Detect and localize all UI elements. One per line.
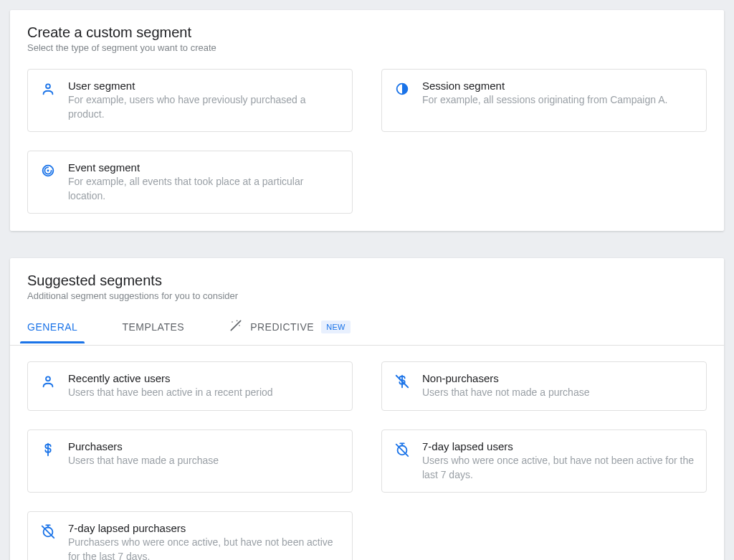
card-title: Event segment xyxy=(68,161,340,174)
tab-templates[interactable]: TEMPLATES xyxy=(115,313,191,343)
card-description: Users that have been active in a recent … xyxy=(68,386,340,400)
suggested-card-grid: Recently active users Users that have be… xyxy=(10,346,724,560)
card-title: Purchasers xyxy=(68,440,340,452)
user-segment-card[interactable]: User segment For example, users who have… xyxy=(27,69,353,132)
suggested-segments-panel: Suggested segments Additional segment su… xyxy=(10,258,724,560)
panel-subtitle: Select the type of segment you want to c… xyxy=(27,42,707,53)
card-description: Users who were once active, but have not… xyxy=(422,454,695,482)
session-icon xyxy=(394,80,411,98)
wand-icon xyxy=(229,318,243,335)
tab-predictive[interactable]: PREDICTIVE NEW xyxy=(221,310,358,345)
lapsed-icon xyxy=(39,523,57,540)
tab-general[interactable]: GENERAL xyxy=(20,313,85,343)
custom-segment-panel: Create a custom segment Select the type … xyxy=(10,10,724,231)
panel-header: Suggested segments Additional segment su… xyxy=(10,258,724,301)
card-description: For example, all sessions originating fr… xyxy=(422,93,695,108)
custom-card-grid: User segment For example, users who have… xyxy=(10,53,724,231)
card-description: Users that have made a purchase xyxy=(68,454,340,468)
lapsed-icon xyxy=(394,441,411,458)
card-description: Users that have not made a purchase xyxy=(422,386,695,400)
card-title: User segment xyxy=(68,80,340,92)
user-icon xyxy=(39,373,57,390)
purchasers-card[interactable]: Purchasers Users that have made a purcha… xyxy=(27,430,353,493)
card-description: Purchasers who were once active, but hav… xyxy=(68,536,340,560)
non-purchasers-card[interactable]: Non-purchasers Users that have not made … xyxy=(381,361,707,411)
tab-label: PREDICTIVE xyxy=(250,321,314,333)
panel-title: Suggested segments xyxy=(27,272,707,289)
card-title: Non-purchasers xyxy=(422,372,695,384)
new-badge: NEW xyxy=(321,321,351,333)
recently-active-users-card[interactable]: Recently active users Users that have be… xyxy=(27,361,353,411)
event-segment-card[interactable]: Event segment For example, all events th… xyxy=(27,151,353,214)
seven-day-lapsed-users-card[interactable]: 7-day lapsed users Users who were once a… xyxy=(381,430,707,493)
no-purchase-icon xyxy=(394,373,411,390)
tabs: GENERAL TEMPLATES PREDICTIVE NEW xyxy=(10,310,724,346)
tab-label: GENERAL xyxy=(27,321,77,333)
card-title: Session segment xyxy=(422,80,695,92)
card-description: For example, users who have previously p… xyxy=(68,93,340,121)
card-description: For example, all events that took place … xyxy=(68,175,340,203)
seven-day-lapsed-purchasers-card[interactable]: 7-day lapsed purchasers Purchasers who w… xyxy=(27,511,353,560)
event-icon xyxy=(39,162,57,179)
panel-subtitle: Additional segment suggestions for you t… xyxy=(27,290,707,301)
card-title: 7-day lapsed purchasers xyxy=(68,522,340,534)
panel-header: Create a custom segment Select the type … xyxy=(10,10,724,53)
card-title: 7-day lapsed users xyxy=(422,440,695,452)
user-icon xyxy=(39,80,57,98)
card-title: Recently active users xyxy=(68,372,340,384)
tab-label: TEMPLATES xyxy=(122,321,184,333)
session-segment-card[interactable]: Session segment For example, all session… xyxy=(381,69,707,132)
dollar-icon xyxy=(39,441,57,458)
panel-title: Create a custom segment xyxy=(27,24,707,41)
